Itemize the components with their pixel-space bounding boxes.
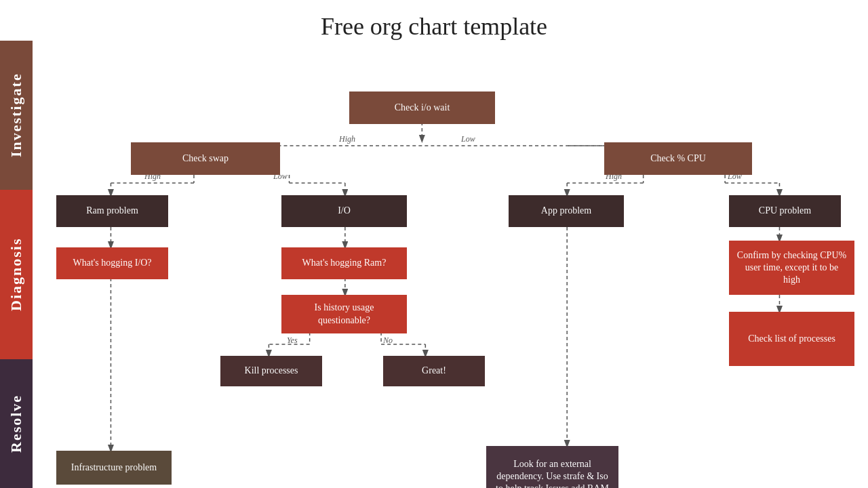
app-problem-node: App problem bbox=[509, 195, 624, 227]
label-yes: Yes bbox=[287, 336, 298, 346]
is-history-node: Is history usage questionable? bbox=[281, 295, 407, 333]
sidebar: Investigate Diagnosis Resolve bbox=[0, 41, 33, 488]
check-swap-node: Check swap bbox=[131, 142, 280, 175]
check-cpu-node: Check % CPU bbox=[604, 142, 752, 175]
check-io-wait-node: Check i/o wait bbox=[349, 92, 495, 124]
infrastructure-node: Infrastructure problem bbox=[56, 451, 172, 485]
flowchart: High Low High Low High Low Yes No Check … bbox=[37, 41, 868, 488]
kill-processes-node: Kill processes bbox=[220, 356, 322, 386]
great-node: Great! bbox=[383, 356, 485, 386]
sidebar-investigate: Investigate bbox=[0, 41, 33, 190]
hogging-ram-node: What's hogging Ram? bbox=[281, 247, 407, 279]
hogging-io-node: What's hogging I/O? bbox=[56, 247, 168, 279]
external-dep-node: Look for an external dependency. Use str… bbox=[486, 446, 618, 488]
label-no: No bbox=[383, 336, 393, 346]
ram-problem-node: Ram problem bbox=[56, 195, 168, 227]
confirm-cpu-node: Confirm by checking CPU% user time, exce… bbox=[729, 241, 854, 295]
sidebar-diagnosis: Diagnosis bbox=[0, 190, 33, 359]
label-low-right: Low bbox=[461, 134, 475, 144]
sidebar-resolve: Resolve bbox=[0, 359, 33, 488]
cpu-problem-node: CPU problem bbox=[729, 195, 841, 227]
label-high-left: High bbox=[339, 134, 355, 144]
io-node: I/O bbox=[281, 195, 407, 227]
check-list-node: Check list of processes bbox=[729, 312, 854, 366]
